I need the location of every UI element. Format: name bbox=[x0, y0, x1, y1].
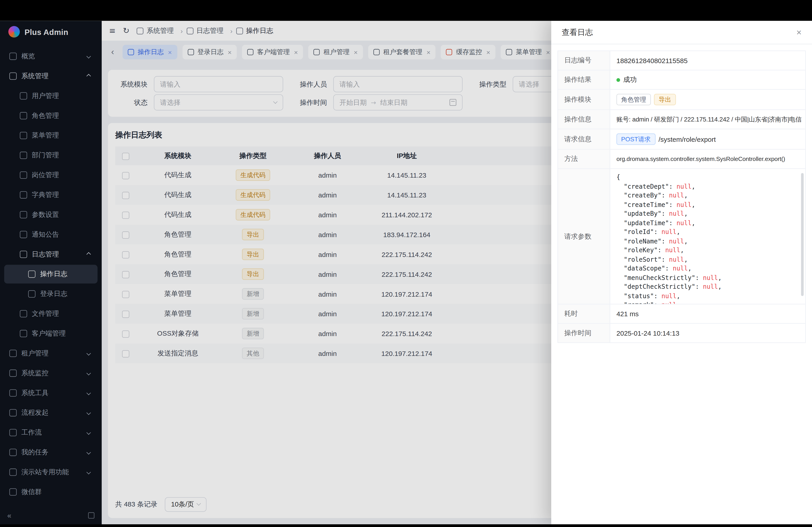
json-key: createBy bbox=[624, 192, 669, 199]
log-detail-table: 日志编号 1882612840802115585 操作结果 成功 操作模块 角色… bbox=[557, 50, 806, 343]
json-value: null bbox=[661, 228, 680, 236]
field-label: 日志编号 bbox=[558, 51, 610, 70]
http-method-tag: POST请求 bbox=[617, 133, 655, 145]
module-action-tag: 导出 bbox=[654, 94, 676, 105]
json-key: roleName bbox=[624, 237, 669, 244]
json-value: null bbox=[665, 246, 684, 254]
field-label: 操作模块 bbox=[558, 90, 610, 109]
json-value: null bbox=[677, 201, 695, 208]
params-row: 请求参数 { createDeptnull createBynull creat… bbox=[558, 169, 805, 304]
json-line: roleIdnull bbox=[617, 228, 798, 237]
field-label: 耗时 bbox=[558, 304, 610, 323]
module-tag: 角色管理 bbox=[617, 94, 651, 105]
json-line: remarknull bbox=[617, 301, 798, 304]
field-label: 操作时间 bbox=[558, 324, 610, 342]
drawer-header: 查看日志 × bbox=[551, 21, 812, 44]
field-label: 请求参数 bbox=[558, 169, 610, 304]
result-row: 操作结果 成功 bbox=[558, 70, 805, 90]
log-id-value: 1882612840802115585 bbox=[610, 51, 805, 70]
json-value: null bbox=[661, 292, 680, 299]
json-key: createDept bbox=[624, 183, 677, 190]
result-value: 成功 bbox=[623, 75, 637, 85]
field-label: 方法 bbox=[558, 150, 610, 168]
field-label: 请求信息 bbox=[558, 129, 610, 149]
code-scrollbar[interactable] bbox=[801, 173, 804, 296]
json-key: roleSort bbox=[624, 256, 669, 263]
method-value: org.dromara.system.controller.system.Sys… bbox=[610, 150, 805, 168]
json-key: roleKey bbox=[624, 246, 665, 254]
screen: Plus Admin 概览 系统管理 bbox=[0, 0, 812, 527]
field-label: 操作结果 bbox=[558, 70, 610, 89]
json-line: updateBynull bbox=[617, 209, 798, 219]
json-key: deptCheckStrictly bbox=[624, 283, 703, 290]
json-key: updateBy bbox=[624, 210, 669, 217]
operation-time-value: 2025-01-24 10:14:13 bbox=[610, 324, 805, 342]
json-value: null bbox=[673, 265, 692, 272]
json-key: dataScope bbox=[624, 265, 672, 272]
json-open-brace: { bbox=[617, 173, 798, 182]
log-id-row: 日志编号 1882612840802115585 bbox=[558, 51, 805, 71]
json-key: updateTime bbox=[624, 219, 677, 226]
json-line: createTimenull bbox=[617, 200, 798, 209]
json-key: roleId bbox=[624, 228, 661, 236]
module-row: 操作模块 角色管理 导出 bbox=[558, 90, 805, 110]
app-window: Plus Admin 概览 系统管理 bbox=[0, 21, 812, 524]
view-log-drawer: 查看日志 × 日志编号 1882612840802115585 操作结果 成功 … bbox=[551, 21, 812, 524]
json-line: deptCheckStrictlynull bbox=[617, 283, 798, 291]
json-line: dataScopenull bbox=[617, 264, 798, 273]
json-line: createBynull bbox=[617, 191, 798, 200]
info-row: 操作信息 账号: admin / 研发部门 / 222.175.114.242 … bbox=[558, 110, 805, 130]
success-status-icon bbox=[617, 78, 620, 81]
json-value: null bbox=[661, 301, 680, 304]
cost-value: 421 ms bbox=[610, 304, 805, 323]
time-row: 操作时间 2025-01-24 10:14:13 bbox=[558, 324, 805, 342]
json-key: createTime bbox=[624, 201, 677, 208]
request-params-code-block[interactable]: { createDeptnull createBynull createTime… bbox=[610, 169, 805, 304]
json-line: updateTimenull bbox=[617, 219, 798, 228]
cost-row: 耗时 421 ms bbox=[558, 304, 805, 324]
json-key: menuCheckStrictly bbox=[624, 274, 703, 281]
json-line: roleSortnull bbox=[617, 255, 798, 264]
json-key: remark bbox=[624, 301, 661, 304]
json-line: menuCheckStrictlynull bbox=[617, 273, 798, 283]
json-line: statusnull bbox=[617, 292, 798, 301]
json-value: null bbox=[669, 237, 688, 244]
method-row: 方法 org.dromara.system.controller.system.… bbox=[558, 150, 805, 169]
request-row: 请求信息 POST请求 /system/role/export bbox=[558, 129, 805, 149]
field-label: 操作信息 bbox=[558, 110, 610, 129]
json-value: null bbox=[669, 210, 688, 217]
json-value: null bbox=[669, 192, 688, 199]
json-line: roleNamenull bbox=[617, 237, 798, 246]
operation-info-value: 账号: admin / 研发部门 / 222.175.114.242 / 中国|… bbox=[610, 110, 805, 129]
close-icon[interactable]: × bbox=[796, 28, 802, 37]
json-value: null bbox=[669, 256, 688, 263]
json-value: null bbox=[677, 219, 695, 226]
request-url-value: /system/role/export bbox=[658, 135, 716, 143]
json-line: roleKeynull bbox=[617, 246, 798, 255]
json-value: null bbox=[703, 274, 722, 281]
json-line: createDeptnull bbox=[617, 182, 798, 191]
drawer-title: 查看日志 bbox=[562, 27, 593, 37]
json-key: status bbox=[624, 292, 661, 299]
json-value: null bbox=[703, 283, 722, 290]
json-value: null bbox=[677, 183, 695, 190]
